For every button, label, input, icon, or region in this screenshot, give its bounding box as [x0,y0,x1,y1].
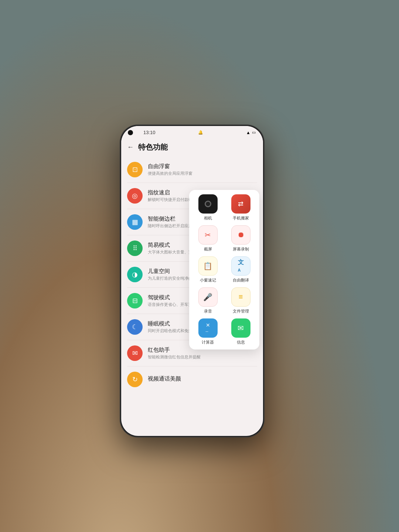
app-item-camera[interactable]: 相机 [194,194,222,221]
screen-record-app-label: 屏幕录制 [233,246,249,252]
files-app-icon: ≡ [231,287,250,307]
note-app-icon: 📋 [198,256,218,276]
screenshot-app-label: 截屏 [204,246,212,252]
voice-app-icon: 🎤 [198,287,218,307]
phone-move-app-icon: ⇄ [231,194,250,214]
screenshot-app-icon: ✂ [198,225,218,245]
app-item-voice[interactable]: 🎤 录音 [194,287,222,314]
wifi-icon: ▲ [246,130,250,135]
phone-screen: 13:10 🔔 ▲ ▭ ← 特色功能 ⊡ 自由 [121,126,263,436]
translate-app-icon: 文A [231,256,250,276]
screen-record-app-icon: ⏺ [231,225,250,245]
back-button[interactable]: ← [127,143,134,151]
battery-icon: ▭ [252,130,256,135]
app-item-calculator[interactable]: ✕─ 计算器 [194,318,222,345]
calculator-app-label: 计算器 [202,340,214,345]
video-beauty-text: 视频通话美颜 [148,375,257,383]
phone-frame: 13:10 🔔 ▲ ▭ ← 特色功能 ⊡ 自由 [120,125,264,437]
app-item-files[interactable]: ≡ 文件管理 [226,287,255,314]
app-item-note[interactable]: 📋 小窗速记 [194,256,222,283]
sleep-icon: ☾ [127,319,143,335]
status-bar: 13:10 🔔 ▲ ▭ [121,126,263,139]
app-item-translate[interactable]: 文A 自由翻译 [226,256,255,283]
phone-mockup: 13:10 🔔 ▲ ▭ ← 特色功能 ⊡ 自由 [120,125,264,437]
status-icons: ▲ ▭ [246,130,256,135]
note-app-label: 小窗速记 [200,277,216,283]
content-area: ⊡ 自由浮窗 便捷高效的全局应用浮窗 ◎ 指纹速启 解锁时可快捷开启付款码等 [121,157,263,392]
app-item-screenshot[interactable]: ✂ 截屏 [194,225,222,252]
video-beauty-title: 视频通话美颜 [148,375,257,382]
float-window-icon: ⊡ [127,162,143,177]
phone-move-app-label: 手机搬家 [233,215,249,221]
app-item-phone-move[interactable]: ⇄ 手机搬家 [226,194,255,221]
camera-app-label: 相机 [204,215,212,221]
punch-hole-camera [128,130,133,135]
simple-mode-icon: ⠿ [127,241,143,256]
sidebar-icon: ▦ [127,214,143,230]
voice-app-label: 录音 [204,308,212,314]
menu-item-float-window[interactable]: ⊡ 自由浮窗 便捷高效的全局应用浮窗 [121,157,263,183]
calculator-app-icon: ✕─ [198,318,218,338]
video-beauty-icon: ↻ [127,372,143,387]
app-grid: 相机 ⇄ 手机搬家 ✂ [194,194,255,345]
page-header: ← 特色功能 [121,139,263,157]
red-packet-desc: 智能检测微信红包信息并提醒 [148,354,222,360]
status-notification-icon: 🔔 [198,130,203,135]
float-window-title: 自由浮窗 [148,163,257,170]
status-time: 13:10 [143,130,156,135]
float-window-text: 自由浮窗 便捷高效的全局应用浮窗 [148,163,257,176]
kids-icon: ◑ [127,267,143,282]
app-item-screen-record[interactable]: ⏺ 屏幕录制 [226,225,255,252]
menu-item-video-beauty[interactable]: ↻ 视频通话美颜 [121,366,263,392]
drive-icon: ⊟ [127,293,143,308]
messages-app-label: 信息 [237,340,245,345]
float-window-desc: 便捷高效的全局应用浮窗 [148,171,222,176]
messages-app-icon: ✉ [231,318,250,338]
page-title: 特色功能 [138,142,168,152]
red-packet-icon: ✉ [127,345,143,361]
translate-app-label: 自由翻译 [233,277,249,283]
fingerprint-icon: ◎ [127,188,143,204]
camera-app-icon [198,194,218,214]
app-item-messages[interactable]: ✉ 信息 [226,318,255,345]
app-popup: 相机 ⇄ 手机搬家 ✂ [189,190,259,349]
files-app-label: 文件管理 [233,308,249,314]
